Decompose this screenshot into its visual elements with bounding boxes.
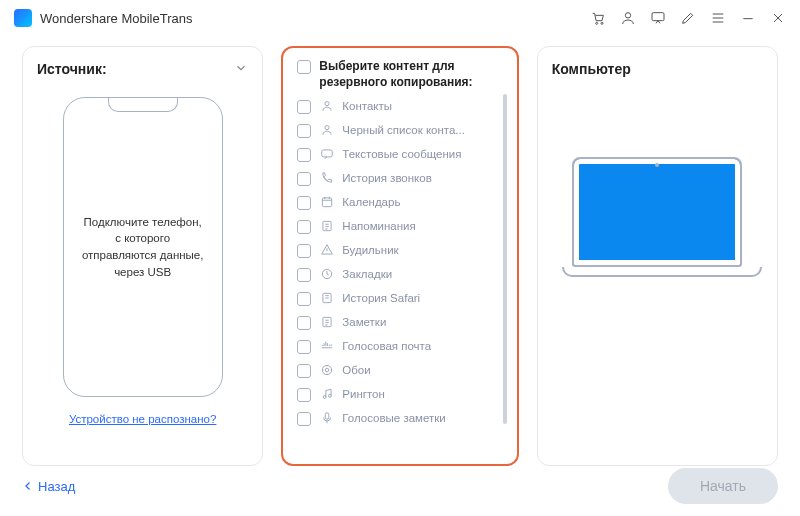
content-row[interactable]: Календарь <box>297 190 500 214</box>
content-checkbox[interactable] <box>297 412 311 426</box>
mic-icon <box>319 411 334 426</box>
contact-icon <box>319 99 334 114</box>
content-row[interactable]: Голосовые заметки <box>297 406 500 430</box>
phone-placeholder: Подключите телефон, с которого отправляю… <box>63 97 223 397</box>
select-all-checkbox[interactable] <box>297 60 311 74</box>
edit-icon[interactable] <box>680 10 696 26</box>
laptop-base <box>562 267 762 277</box>
content-label: Будильник <box>342 244 398 256</box>
content-label: Рингтон <box>342 388 385 400</box>
content-label: Черный список конта... <box>342 124 465 136</box>
content-checkbox[interactable] <box>297 124 311 138</box>
svg-rect-16 <box>325 413 329 419</box>
contact-icon <box>319 123 334 138</box>
content-row[interactable]: Напоминания <box>297 214 500 238</box>
content-row[interactable]: Будильник <box>297 238 500 262</box>
content-checkbox[interactable] <box>297 148 311 162</box>
svg-point-14 <box>323 396 326 399</box>
content-checkbox[interactable] <box>297 268 311 282</box>
history-icon <box>319 291 334 306</box>
menu-icon[interactable] <box>710 10 726 26</box>
content-label: Текстовые сообщения <box>342 148 461 160</box>
phone-instruction: Подключите телефон, с которого отправляю… <box>80 214 206 281</box>
app-title: Wondershare MobileTrans <box>40 11 192 26</box>
content-row[interactable]: Заметки <box>297 310 500 334</box>
titlebar: Wondershare MobileTrans <box>0 0 800 36</box>
content-checkbox[interactable] <box>297 316 311 330</box>
source-card: Источник: Подключите телефон, с которого… <box>22 46 263 466</box>
content-checkbox[interactable] <box>297 388 311 402</box>
content-label: Голосовая почта <box>342 340 431 352</box>
content-header-label: Выберите контент для резервного копирова… <box>319 58 500 90</box>
wallpaper-icon <box>319 363 334 378</box>
start-button[interactable]: Начать <box>668 468 778 504</box>
content-checkbox[interactable] <box>297 196 311 210</box>
footer: Назад Начать <box>0 466 800 506</box>
svg-point-13 <box>325 369 329 373</box>
titlebar-actions <box>590 10 786 26</box>
content-header: Выберите контент для резервного копирова… <box>297 58 508 90</box>
svg-point-1 <box>601 22 603 24</box>
laptop-screen <box>572 157 742 267</box>
content-row[interactable]: Черный список конта... <box>297 118 500 142</box>
content-label: Контакты <box>342 100 392 112</box>
back-button[interactable]: Назад <box>22 479 75 494</box>
content-label: Закладки <box>342 268 392 280</box>
svg-rect-3 <box>652 13 664 21</box>
content-checkbox[interactable] <box>297 292 311 306</box>
content-row[interactable]: История Safari <box>297 286 500 310</box>
phone-notch <box>108 98 178 112</box>
source-dropdown[interactable] <box>234 61 248 78</box>
content-row[interactable]: Рингтон <box>297 382 500 406</box>
phone-icon <box>319 171 334 186</box>
content-row[interactable]: Текстовые сообщения <box>297 142 500 166</box>
dest-title: Компьютер <box>552 61 763 77</box>
content-label: Обои <box>342 364 370 376</box>
svg-rect-6 <box>322 150 333 157</box>
svg-rect-7 <box>322 198 331 207</box>
content-label: Голосовые заметки <box>342 412 445 424</box>
minimize-icon[interactable] <box>740 10 756 26</box>
svg-point-2 <box>625 13 630 18</box>
source-title: Источник: <box>37 61 248 77</box>
calendar-icon <box>319 195 334 210</box>
content-checkbox[interactable] <box>297 340 311 354</box>
content-row[interactable]: Контакты <box>297 94 500 118</box>
laptop-graphic <box>562 157 752 277</box>
back-label: Назад <box>38 479 75 494</box>
note-icon <box>319 315 334 330</box>
content-label: Заметки <box>342 316 386 328</box>
svg-point-5 <box>325 126 329 130</box>
content-row[interactable]: Закладки <box>297 262 500 286</box>
content-label: История звонков <box>342 172 431 184</box>
content-checkbox[interactable] <box>297 172 311 186</box>
dest-card: Компьютер <box>537 46 778 466</box>
svg-point-15 <box>328 395 331 398</box>
alarm-icon <box>319 243 334 258</box>
voicemail-icon <box>319 339 334 354</box>
cart-icon[interactable] <box>590 10 606 26</box>
content-list[interactable]: КонтактыЧерный список конта...Текстовые … <box>297 94 508 456</box>
content-checkbox[interactable] <box>297 100 311 114</box>
svg-point-4 <box>325 102 329 106</box>
svg-point-0 <box>596 22 598 24</box>
content-checkbox[interactable] <box>297 220 311 234</box>
reminder-icon <box>319 219 334 234</box>
message-icon <box>319 147 334 162</box>
close-icon[interactable] <box>770 10 786 26</box>
content-checkbox[interactable] <box>297 244 311 258</box>
content-label: История Safari <box>342 292 420 304</box>
ringtone-icon <box>319 387 334 402</box>
not-recognized-link[interactable]: Устройство не распознано? <box>69 413 217 425</box>
feedback-icon[interactable] <box>650 10 666 26</box>
content-row[interactable]: Голосовая почта <box>297 334 500 358</box>
content-row[interactable]: История звонков <box>297 166 500 190</box>
content-label: Календарь <box>342 196 400 208</box>
content-card: Выберите контент для резервного копирова… <box>281 46 518 466</box>
content-checkbox[interactable] <box>297 364 311 378</box>
content-row[interactable]: Обои <box>297 358 500 382</box>
user-icon[interactable] <box>620 10 636 26</box>
not-recognized-wrap: Устройство не распознано? <box>37 411 248 426</box>
main: Источник: Подключите телефон, с которого… <box>0 36 800 466</box>
app-logo <box>14 9 32 27</box>
